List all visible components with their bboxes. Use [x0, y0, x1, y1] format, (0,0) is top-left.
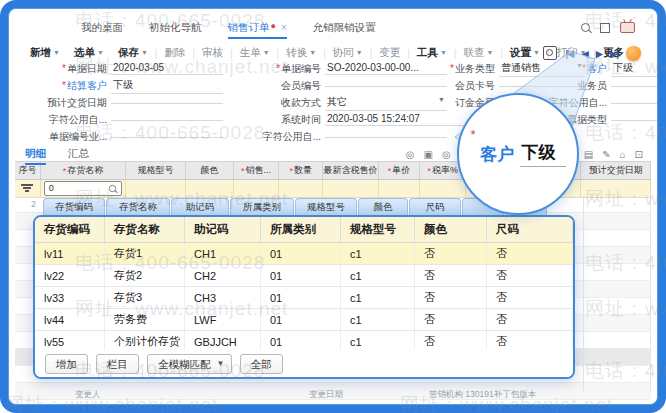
home-icon[interactable]: ⌂: [620, 149, 626, 163]
custom-field-1[interactable]: [611, 102, 657, 104]
chevron-down-icon: ▼: [440, 49, 447, 56]
unsaved-dot-icon: ●: [271, 21, 276, 31]
popup-column-header[interactable]: 存货编码: [35, 217, 105, 242]
chevron-down-icon: ▼: [533, 49, 540, 56]
toolbar-item-11[interactable]: 设置▼: [503, 46, 547, 60]
popup-column-header[interactable]: 所属类别: [261, 217, 341, 242]
target-icon[interactable]: ◎: [442, 149, 451, 163]
bill-type-field[interactable]: [611, 119, 657, 121]
popup-column-header[interactable]: 存货名称: [105, 217, 185, 242]
dropdown-column-header: 颜色: [358, 198, 408, 215]
popup-cell: 否: [415, 309, 487, 330]
magnifier-callout: * 客户 下级: [457, 93, 579, 215]
salesman-field[interactable]: [611, 85, 657, 87]
grid-column-header[interactable]: 最新含税售价: [323, 162, 379, 179]
toolbar-item-6[interactable]: 转换▼: [279, 46, 323, 60]
grid-column-header[interactable]: 规格型号: [126, 162, 186, 179]
all-button[interactable]: 全部: [240, 354, 283, 374]
popup-cell: CH1: [185, 243, 261, 264]
settle-customer-field[interactable]: 下级: [111, 78, 223, 94]
tab-bar: 我的桌面 初始化导航 销售订单●× 允销限销设置: [81, 19, 376, 39]
grid-column-header[interactable]: *销售...: [234, 162, 280, 179]
tab-summary[interactable]: 汇总: [68, 147, 89, 165]
columns-button[interactable]: 栏目: [96, 354, 139, 374]
popup-cell: 否: [487, 287, 573, 308]
order-date-field[interactable]: 2020-03-05: [111, 62, 223, 75]
query-doc-icon[interactable]: [543, 46, 557, 60]
popup-item-row[interactable]: lv44劳务费LWF01c1否否: [35, 309, 573, 331]
popup-column-header[interactable]: 颜色: [415, 217, 487, 242]
locate-icon[interactable]: ◎: [406, 149, 415, 163]
popup-cell: c1: [341, 243, 415, 264]
column-divider: [650, 196, 651, 392]
expected-date-field[interactable]: [111, 102, 223, 104]
item-search-input[interactable]: 0: [44, 181, 122, 196]
popup-column-header[interactable]: 助记码: [185, 217, 261, 242]
assistant-mascot-icon[interactable]: [626, 46, 641, 61]
tab-sales-limit[interactable]: 允销限销设置: [313, 19, 376, 39]
required-star: *: [470, 127, 475, 142]
chevron-down-icon: ▼: [217, 355, 225, 373]
search-icon: [109, 185, 116, 192]
chevron-down-icon: ▼: [263, 49, 270, 56]
tab-sales-order[interactable]: 销售订单●×: [228, 19, 287, 39]
custom-field-3[interactable]: [111, 136, 223, 138]
search-icon[interactable]: [581, 23, 590, 32]
popup-cell: 否: [415, 243, 487, 264]
popup-cell: 01: [261, 287, 341, 308]
chevron-down-icon: ▼: [486, 49, 493, 56]
popup-cell: GBJJCH: [185, 331, 261, 352]
toolbar-item-4[interactable]: 审核: [195, 46, 230, 60]
next-record-icon[interactable]: ▶: [596, 48, 602, 59]
tab-my-desktop[interactable]: 我的桌面: [81, 19, 123, 39]
toolbar-item-8[interactable]: 变更: [372, 46, 407, 60]
custom-field-4[interactable]: [325, 136, 447, 138]
grid-column-header[interactable]: 颜色: [186, 162, 234, 179]
fullscreen-icon[interactable]: [600, 23, 610, 33]
toolbar-item-7[interactable]: 协同▼: [326, 46, 370, 60]
toolbar-item-10[interactable]: 联查▼: [456, 46, 500, 60]
detail-tab-bar: 明细 汇总: [25, 147, 89, 165]
popup-item-row[interactable]: lv22存货2CH201c1否否: [35, 265, 573, 287]
close-tab-icon[interactable]: ×: [281, 22, 287, 33]
toolbar-item-1[interactable]: 选单▼: [67, 46, 111, 60]
grid-column-header[interactable]: *数量: [279, 162, 323, 179]
popup-column-header[interactable]: 尺码: [487, 217, 573, 242]
order-date-label: *单据日期: [27, 62, 107, 76]
prev-record-icon[interactable]: ◀: [581, 48, 587, 59]
card-view-icon[interactable]: ▤: [584, 149, 593, 163]
customer-field[interactable]: 下级: [611, 61, 657, 77]
column-divider: [583, 196, 584, 392]
popup-cell: 01: [261, 243, 341, 264]
video-help-icon[interactable]: [620, 22, 635, 33]
biz-type-label: *业务类型: [417, 62, 495, 76]
first-record-icon[interactable]: |◀: [565, 48, 573, 59]
grid-column-header[interactable]: *单价: [379, 162, 421, 179]
toolbar-item-0[interactable]: 新增▼: [23, 46, 67, 60]
dropdown-column-header: 尺码: [409, 198, 461, 215]
maximize-icon[interactable]: ⊡: [635, 149, 643, 163]
tab-init-nav[interactable]: 初始化导航: [149, 19, 202, 39]
tab-detail[interactable]: 明细: [25, 147, 46, 165]
custom-field-2[interactable]: [111, 119, 223, 121]
popup-column-header[interactable]: 规格型号: [341, 217, 415, 242]
filter-icon[interactable]: [21, 184, 33, 193]
edit-icon[interactable]: ✎: [602, 149, 610, 163]
toolbar-item-9[interactable]: 工具▼: [410, 46, 454, 60]
scan-icon[interactable]: ▣: [424, 149, 433, 163]
popup-cell: 否: [487, 331, 573, 352]
popup-cell: 存货2: [105, 265, 185, 286]
chevron-down-icon: ▼: [97, 49, 104, 56]
last-record-icon[interactable]: ▶|: [610, 48, 618, 59]
popup-cell: 否: [487, 265, 573, 286]
grid-column-header[interactable]: 预计交货日期: [581, 162, 651, 179]
popup-item-row[interactable]: lv11存货1CH101c1否否: [35, 243, 573, 265]
toolbar-item-2[interactable]: 保存▼: [111, 46, 155, 60]
add-button[interactable]: 增加: [45, 354, 88, 374]
popup-cell: c1: [341, 331, 415, 352]
popup-item-row[interactable]: lv33存货3CH301c1否否: [35, 287, 573, 309]
toolbar-item-5[interactable]: 生单▼: [233, 46, 277, 60]
toolbar-item-3[interactable]: 删除: [157, 46, 192, 60]
match-mode-select[interactable]: 全模糊匹配▼: [147, 354, 232, 374]
settle-customer-label: *结算客户: [27, 79, 107, 93]
